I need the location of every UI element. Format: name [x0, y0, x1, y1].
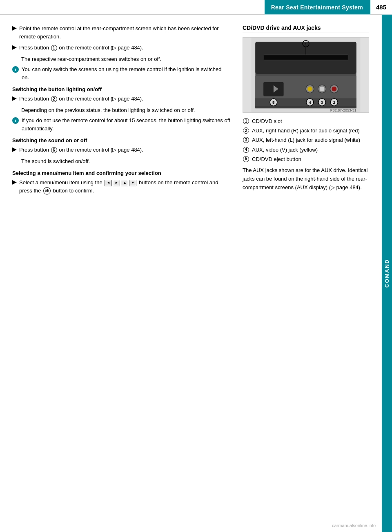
svg-text:3: 3 [321, 100, 323, 105]
info-text-ignition: You can only switch the screens on using… [22, 65, 230, 81]
info-item-ignition: i You can only switch the screens on usi… [12, 65, 230, 81]
bullet-press-button-6: ▶ Press button 6 on the remote control (… [12, 146, 230, 154]
cd-dvd-title: CD/DVD drive and AUX jacks [243, 25, 369, 33]
nav-left-button[interactable]: ◄ [105, 180, 112, 186]
cd-list-item-1: 1 CD/DVD slot [243, 118, 369, 125]
svg-point-18 [307, 87, 312, 92]
cd-circle-2: 2 [243, 127, 249, 134]
cd-list-item-4: 4 AUX, video (V) jack (yellow) [243, 146, 369, 154]
cd-circle-4: 4 [243, 147, 249, 153]
cd-dvd-device-image: 1 [243, 37, 369, 113]
cd-list-item-5: 5 CD/DVD eject button [243, 156, 369, 163]
bullet-text-press-6: Press button 6 on the remote control (▷ … [19, 146, 230, 154]
bullet-text-press-1: Press button 1 on the remote control (▷ … [19, 44, 230, 52]
bullet-arrow-icon: ▶ [12, 44, 16, 50]
svg-text:2: 2 [333, 100, 335, 105]
svg-rect-4 [264, 56, 347, 60]
cd-item-text-2: AUX, right-hand (R) jack for audio signa… [252, 127, 360, 134]
device-svg: 1 [243, 38, 369, 112]
cd-circle-1: 1 [243, 118, 249, 124]
info-item-15-seconds: i If you do not use the remote control f… [12, 116, 230, 132]
svg-point-14 [320, 87, 325, 92]
cd-item-text-1: CD/DVD slot [252, 118, 282, 125]
circle-number-6: 6 [51, 147, 57, 153]
right-sidebar: COMAND [381, 15, 392, 532]
nav-buttons-group: ◄ ► ▲ ▼ [105, 180, 136, 186]
cd-dvd-list: 1 CD/DVD slot 2 AUX, right-hand (R) jack… [243, 118, 369, 163]
nav-up-button[interactable]: ▲ [121, 180, 128, 186]
main-content: ▶ Point the remote control at the rear-c… [0, 15, 381, 206]
svg-text:P82.87-2053-31: P82.87-2053-31 [330, 108, 356, 112]
footer-watermark: carmanualsonline.info [332, 523, 376, 528]
cd-circle-5: 5 [243, 156, 249, 162]
ok-button[interactable]: ok [43, 187, 51, 194]
bullet-text-select-menu: Select a menu/menu item using the ◄ ► ▲ … [19, 179, 230, 194]
bullet-arrow-icon: ▶ [12, 146, 16, 152]
cd-section-body-text: The AUX jacks shown are for the AUX driv… [243, 166, 369, 192]
bullet-arrow-icon: ▶ [12, 179, 16, 185]
nav-down-button[interactable]: ▼ [129, 180, 136, 186]
bullet-text-press-2: Press button 2 on the remote control (▷ … [19, 95, 230, 103]
cd-item-text-4: AUX, video (V) jack (yellow) [252, 146, 318, 154]
header-title-area: Rear Seat Entertainment System 485 [0, 0, 392, 14]
bullet-point-press-button-1: ▶ Press button 1 on the remote control (… [12, 44, 230, 52]
svg-point-16 [332, 87, 336, 92]
indent-continuation-1: The respective rear-compartment screen s… [21, 55, 230, 63]
svg-text:5: 5 [272, 100, 275, 105]
indent-continuation-2: Depending on the previous status, the bu… [21, 106, 230, 114]
left-column: ▶ Point the remote control at the rear-c… [12, 25, 230, 198]
sidebar-comand-label: COMAND [382, 15, 392, 532]
section-heading-menu-select: Selecting a menu/menu item and confirmin… [12, 170, 230, 176]
header-page-number: 485 [370, 0, 392, 14]
bullet-text-remote-control: Point the remote control at the rear-com… [19, 25, 230, 40]
cd-list-item-2: 2 AUX, right-hand (R) jack for audio sig… [243, 127, 369, 134]
cd-circle-3: 3 [243, 137, 249, 143]
section-heading-sound: Switching the sound on or off [12, 137, 230, 143]
svg-text:1: 1 [305, 42, 307, 46]
circle-number-1: 1 [51, 45, 57, 51]
content-area: ▶ Point the remote control at the rear-c… [0, 15, 381, 206]
indent-continuation-sound: The sound is switched on/off. [21, 157, 230, 165]
page-wrapper: Rear Seat Entertainment System 485 ▶ Poi… [0, 0, 392, 532]
bullet-point-remote-control: ▶ Point the remote control at the rear-c… [12, 25, 230, 40]
nav-right-button[interactable]: ► [113, 180, 120, 186]
info-icon: i [12, 117, 19, 124]
info-icon: i [12, 66, 19, 73]
bullet-press-button-2: ▶ Press button 2 on the remote control (… [12, 95, 230, 103]
header-title: Rear Seat Entertainment System [265, 0, 370, 14]
cd-item-text-5: CD/DVD eject button [252, 156, 301, 163]
right-column: CD/DVD drive and AUX jacks [243, 25, 369, 198]
bullet-arrow-icon: ▶ [12, 95, 16, 101]
info-text-15-seconds: If you do not use the remote control for… [22, 116, 230, 132]
svg-text:4: 4 [309, 100, 311, 105]
cd-list-item-3: 3 AUX, left-hand (L) jack for audio sign… [243, 136, 369, 144]
bullet-select-menu: ▶ Select a menu/menu item using the ◄ ► … [12, 179, 230, 194]
bullet-arrow-icon: ▶ [12, 25, 16, 31]
circle-number-2: 2 [51, 96, 57, 102]
header-bar: Rear Seat Entertainment System 485 [0, 0, 392, 15]
cd-item-text-3: AUX, left-hand (L) jack for audio signal… [252, 136, 360, 144]
section-heading-button-lighting: Switching the button lighting on/off [12, 86, 230, 92]
